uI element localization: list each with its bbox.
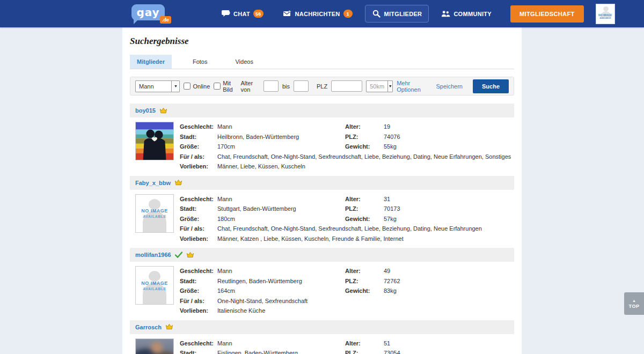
- alter-bis-input[interactable]: [294, 80, 309, 92]
- mit-bild-checkbox-wrap[interactable]: Mit Bild: [214, 80, 237, 93]
- fuer-als-label: Für / als:: [180, 298, 217, 304]
- groesse-label: Größe:: [180, 216, 217, 222]
- groesse-value: 164cm: [217, 287, 345, 294]
- gender-select[interactable]: Mann ▼: [135, 80, 180, 92]
- scroll-to-top-button[interactable]: ▲ TOP: [624, 292, 644, 315]
- nav-item-mitglieder[interactable]: MITGLIEDER: [365, 5, 429, 23]
- groesse-value: 170cm: [217, 143, 345, 150]
- profile-details: Geschlecht: Mann Alter: 49 Stadt: Reutli…: [180, 266, 514, 316]
- result-entry-body: Geschlecht: Mann Alter: 51 Stadt: Eislin…: [130, 334, 514, 354]
- suche-button[interactable]: Suche: [473, 79, 509, 93]
- fuer-als-label: Für / als:: [180, 225, 217, 232]
- profile-details: Geschlecht: Mann Alter: 31 Stadt: Stuttg…: [180, 194, 514, 244]
- result-entry-header: mollifan1966: [130, 248, 514, 262]
- online-checkbox[interactable]: [184, 83, 191, 90]
- online-checkbox-wrap[interactable]: Online: [184, 83, 210, 90]
- result-entry: Garrosch Geschlecht: Mann Alter: 51 Stad…: [130, 320, 514, 354]
- mit-bild-checkbox-label: Mit Bild: [223, 80, 237, 93]
- stadt-value: Stuttgart, Baden-Württemberg: [217, 205, 345, 212]
- premium-crown-icon: [174, 179, 182, 186]
- logo-text: gay: [136, 6, 159, 19]
- alter-label: Alter:: [345, 268, 384, 274]
- alter-value: 31: [384, 196, 514, 202]
- nav-item-nachrichten[interactable]: NACHRICHTEN1: [276, 5, 360, 23]
- result-entry: boy015 Geschlecht: Mann Alter: 19 Stadt:…: [130, 104, 514, 176]
- nav-item-chat[interactable]: CHAT56: [214, 5, 270, 23]
- plz-label: PLZ:: [345, 205, 384, 212]
- page-title: Suchergebnisse: [130, 27, 514, 47]
- caret-up-icon: ▲: [632, 299, 636, 303]
- geschlecht-label: Geschlecht:: [180, 268, 217, 274]
- mehr-optionen-link[interactable]: Mehr Optionen: [397, 80, 428, 93]
- vorlieben-value: Italienische Küche: [217, 307, 514, 314]
- plz-value: 73054: [384, 350, 514, 354]
- vorlieben-value: Männer, Katzen , Liebe, Küssen, Kuscheln…: [217, 235, 514, 242]
- profile-photo[interactable]: NO IMAGEAVAILABLE: [135, 194, 174, 233]
- content-panel: Suchergebnisse MitgliederFotosVideos Man…: [122, 27, 522, 354]
- groesse-label: Größe:: [180, 287, 217, 294]
- result-entry-body: Geschlecht: Mann Alter: 19 Stadt: Heilbr…: [130, 117, 514, 176]
- nav-item-label: MITGLIEDER: [384, 11, 422, 17]
- avatar-placeholder-line2: AVAILABLE: [599, 17, 611, 19]
- alter-von-input[interactable]: [264, 80, 279, 92]
- mail-icon: [283, 10, 292, 18]
- result-entry: Faby_x_bbw NO IMAGEAVAILABLE Geschlecht:…: [130, 176, 514, 248]
- rainbow-couple-photo: [136, 122, 173, 160]
- plz-value: 74076: [384, 134, 514, 140]
- fuer-als-value: Chat, Freundschaft, One-Night-Stand, Sex…: [217, 153, 514, 160]
- top-navigation-bar: gay .de CHAT56NACHRICHTEN1MITGLIEDERCOMM…: [0, 0, 644, 27]
- result-entry-body: NO IMAGEAVAILABLE Geschlecht: Mann Alter…: [130, 190, 514, 248]
- alter-label: Alter:: [345, 340, 384, 346]
- tab-fotos[interactable]: Fotos: [186, 55, 215, 69]
- bis-label: bis: [282, 83, 290, 90]
- alter-label: Alter:: [345, 123, 384, 130]
- stadt-label: Stadt:: [180, 134, 217, 140]
- chevron-down-icon: ▼: [387, 81, 392, 92]
- nav-item-community[interactable]: COMMUNITY: [434, 5, 499, 23]
- gender-select-value: Mann: [136, 83, 171, 90]
- gewicht-label: Gewicht:: [345, 216, 384, 222]
- profile-details: Geschlecht: Mann Alter: 51 Stadt: Eislin…: [180, 338, 514, 354]
- user-avatar[interactable]: NO IMAGE AVAILABLE: [596, 4, 615, 24]
- people-icon: [441, 10, 450, 18]
- alter-von-label: Alter von: [241, 80, 260, 93]
- profile-photo[interactable]: NO IMAGEAVAILABLE: [135, 266, 174, 305]
- username-link[interactable]: Garrosch: [135, 324, 162, 330]
- geschlecht-value: Mann: [217, 123, 345, 130]
- no-image-placeholder: NO IMAGEAVAILABLE: [136, 195, 173, 232]
- main-nav: CHAT56NACHRICHTEN1MITGLIEDERCOMMUNITY: [214, 5, 499, 23]
- gewicht-value: 55kg: [384, 143, 514, 150]
- chevron-down-icon: ▼: [171, 81, 179, 92]
- tab-videos[interactable]: Videos: [228, 55, 260, 69]
- search-filter-bar: Mann ▼ Online Mit Bild Alter von bis PLZ…: [130, 77, 514, 95]
- plz-input[interactable]: [331, 80, 362, 92]
- profile-photo[interactable]: [135, 338, 174, 354]
- geschlecht-value: Mann: [217, 268, 345, 274]
- username-link[interactable]: mollifan1966: [135, 252, 171, 258]
- vorlieben-label: Vorlieben:: [180, 163, 217, 169]
- alter-value: 51: [384, 340, 514, 346]
- plz-label: PLZ:: [345, 134, 384, 140]
- mit-bild-checkbox[interactable]: [214, 83, 221, 90]
- stadt-value: Reutlingen, Baden-Württemberg: [217, 278, 345, 284]
- premium-crown-icon: [159, 107, 167, 114]
- site-logo[interactable]: gay .de: [131, 3, 168, 25]
- profile-details: Geschlecht: Mann Alter: 19 Stadt: Heilbr…: [180, 122, 514, 172]
- geschlecht-value: Mann: [217, 340, 345, 346]
- geschlecht-label: Geschlecht:: [180, 340, 217, 346]
- groesse-value: 180cm: [217, 216, 345, 222]
- premium-crown-icon: [186, 252, 194, 259]
- blurred-portrait-photo: [136, 339, 173, 354]
- fuer-als-value: One-Night-Stand, Sexfreundschaft: [217, 298, 514, 304]
- notification-badge: 1: [343, 10, 353, 18]
- username-link[interactable]: boy015: [135, 107, 156, 114]
- membership-button[interactable]: MITGLIEDSCHAFT: [510, 5, 584, 23]
- tab-mitglieder[interactable]: Mitglieder: [130, 55, 172, 69]
- profile-photo[interactable]: [135, 122, 174, 160]
- result-entry-body: NO IMAGEAVAILABLE Geschlecht: Mann Alter…: [130, 262, 514, 320]
- username-link[interactable]: Faby_x_bbw: [135, 180, 171, 186]
- vorlieben-label: Vorlieben:: [180, 235, 217, 242]
- speichern-link[interactable]: Speichern: [436, 83, 463, 90]
- distance-select[interactable]: 50km ▼: [366, 80, 393, 92]
- result-tabs: MitgliederFotosVideos: [130, 55, 514, 69]
